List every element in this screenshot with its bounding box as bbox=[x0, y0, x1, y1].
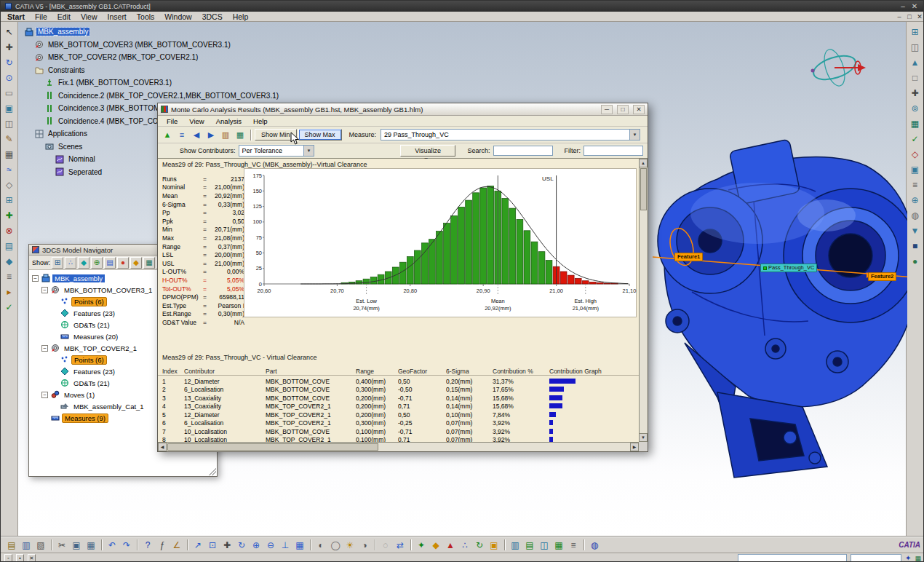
scrollbar-thumb[interactable] bbox=[167, 443, 378, 451]
table-row[interactable]: 413_CoaxialityMBK_TOP_COVER2_10,200(mm)0… bbox=[158, 403, 639, 411]
depth-effect-icon[interactable]: ◑ bbox=[358, 539, 371, 551]
paste-icon[interactable]: ▦ bbox=[84, 539, 97, 551]
wireframe-view-icon[interactable]: ◯ bbox=[329, 539, 342, 551]
table-row[interactable]: 66_LocalisationMBK_TOP_COVER2_10,300(mm)… bbox=[158, 419, 639, 428]
fly-mode-icon[interactable]: ↗ bbox=[191, 539, 204, 551]
menu-window[interactable]: Window bbox=[159, 12, 196, 21]
lighting-icon[interactable]: ☀ bbox=[343, 539, 357, 551]
angle-measure-icon[interactable]: ∠ bbox=[170, 539, 183, 551]
vertical-scrollbar[interactable]: ▲ ▼ bbox=[639, 159, 648, 442]
grid-icon[interactable]: ▦ bbox=[2, 146, 17, 162]
filter-input[interactable] bbox=[584, 146, 643, 156]
scroll-up-icon[interactable]: ▲ bbox=[639, 159, 648, 167]
redo-icon[interactable]: ↷ bbox=[120, 539, 133, 551]
column-header[interactable]: Contribution % bbox=[493, 368, 549, 375]
solid-icon[interactable]: ■ bbox=[908, 238, 923, 253]
section-icon[interactable]: ▣ bbox=[908, 162, 923, 177]
document-minimize-button[interactable]: – bbox=[894, 13, 904, 20]
structure-icon[interactable]: ⊞ bbox=[2, 192, 17, 207]
cut-icon[interactable]: ✂ bbox=[55, 539, 68, 551]
zoom-icon[interactable]: ⊙ bbox=[2, 70, 17, 85]
show-features-icon[interactable]: ◆ bbox=[78, 257, 89, 269]
menu-insert[interactable]: Insert bbox=[103, 12, 132, 21]
dialog-minimize-button[interactable]: ─ bbox=[601, 105, 613, 114]
hide-show-icon[interactable]: ◌ bbox=[379, 539, 392, 551]
column-header[interactable]: Contribution Graph bbox=[549, 368, 603, 375]
check-icon[interactable]: ✓ bbox=[908, 131, 923, 146]
minimize-button[interactable]: – bbox=[897, 2, 909, 10]
report-table-icon[interactable]: ▦ bbox=[234, 128, 247, 141]
split-view-icon[interactable]: ◫ bbox=[2, 116, 17, 131]
table-row[interactable]: 810_LocalisationMBK_TOP_COVER2_10,100(mm… bbox=[158, 436, 639, 443]
document-restore-button[interactable]: □ bbox=[904, 13, 915, 20]
world-icon[interactable]: ◍ bbox=[588, 539, 601, 551]
layers-icon[interactable]: ≡ bbox=[908, 177, 923, 192]
rotate-icon[interactable]: ↻ bbox=[2, 55, 17, 70]
formula-icon[interactable]: ƒ bbox=[156, 539, 169, 551]
show-measures-icon[interactable]: ▤ bbox=[104, 257, 116, 269]
close-button[interactable]: ✕ bbox=[909, 2, 920, 10]
next-measure-icon[interactable]: ▶ bbox=[204, 128, 218, 141]
menu-file[interactable]: File bbox=[30, 12, 52, 21]
dcs-options-icon[interactable]: ≡ bbox=[567, 539, 580, 551]
dcs-point-icon[interactable]: ∴ bbox=[458, 539, 471, 551]
menu-3dcs[interactable]: 3DCS bbox=[197, 12, 228, 21]
show-min-button[interactable]: Show Min bbox=[255, 129, 297, 140]
wireframe-icon[interactable]: ◇ bbox=[2, 177, 17, 192]
show-tolerances-icon[interactable]: ◆ bbox=[130, 257, 142, 269]
menu-tools[interactable]: Tools bbox=[132, 12, 160, 21]
undo-icon[interactable]: ↶ bbox=[105, 539, 119, 551]
sort-list-icon[interactable]: ≡ bbox=[175, 128, 188, 141]
feature1-label[interactable]: Feature1 bbox=[674, 253, 703, 261]
scroll-down-icon[interactable]: ▼ bbox=[639, 433, 648, 442]
menu-help[interactable]: Help bbox=[228, 12, 254, 21]
prompt-input[interactable] bbox=[738, 554, 847, 562]
dialog-close-button[interactable]: ✕ bbox=[633, 105, 645, 114]
grid-corner-icon[interactable]: ▦ bbox=[915, 555, 921, 562]
feature-icon[interactable]: ◆ bbox=[2, 253, 17, 269]
window-icon[interactable]: ◫ bbox=[908, 39, 923, 55]
chevron-down-icon[interactable]: ▼ bbox=[303, 146, 314, 156]
tree-item[interactable]: MBK_TOP_COVER2 (MBK_TOP_COVER2.1) bbox=[20, 51, 280, 64]
move-icon[interactable]: ✚ bbox=[908, 85, 923, 100]
measure-select[interactable]: 29 Pass_Through_VC ▼ bbox=[381, 129, 640, 140]
menu-view[interactable]: View bbox=[76, 12, 103, 21]
dcs-analysis-icon[interactable]: ▥ bbox=[509, 539, 522, 551]
show-max-button[interactable]: Show Max bbox=[298, 129, 342, 140]
insert-component-icon[interactable]: ⊞ bbox=[908, 24, 923, 39]
up-assembly-icon[interactable]: ▲ bbox=[908, 55, 923, 70]
horizontal-scrollbar[interactable]: ◀ ▶ bbox=[158, 442, 639, 451]
dialog-menu-file[interactable]: File bbox=[161, 117, 183, 125]
measure-list-icon[interactable]: ▤ bbox=[2, 238, 17, 253]
scroll-right-icon[interactable]: ▶ bbox=[630, 443, 639, 451]
show-views-icon[interactable]: ▦ bbox=[143, 257, 155, 269]
dcs-move-icon[interactable]: ✦ bbox=[415, 539, 428, 551]
pan-icon[interactable]: ✚ bbox=[220, 539, 234, 551]
dialog-menu-analysis[interactable]: Analysis bbox=[210, 117, 247, 125]
run-analysis-icon[interactable]: ▲ bbox=[161, 128, 174, 141]
dialog-titlebar[interactable]: Monte Carlo Analysis Results (MBK_assemb… bbox=[158, 103, 648, 116]
collapse-icon[interactable]: − bbox=[32, 275, 39, 282]
rotate-view-icon[interactable]: ↻ bbox=[235, 539, 248, 551]
column-header[interactable]: Range bbox=[356, 368, 398, 375]
show-points-icon[interactable]: ∴ bbox=[65, 257, 76, 269]
dcs-update-icon[interactable]: ↻ bbox=[473, 539, 486, 551]
table-row[interactable]: 112_DiameterMBK_BOTTOM_COVE0,400(mm)0,50… bbox=[158, 377, 639, 386]
contributors-select[interactable]: Per Tolerance ▼ bbox=[239, 145, 314, 157]
surface-icon[interactable]: ≈ bbox=[2, 162, 17, 177]
tree-item[interactable]: Fix.1 (MBK_BOTTOM_COVER3.1) bbox=[20, 76, 280, 90]
snap-icon[interactable]: ⊚ bbox=[908, 100, 923, 116]
save-icon[interactable]: ▥ bbox=[20, 539, 33, 551]
down-icon[interactable]: ▼ bbox=[908, 223, 923, 238]
chevron-down-icon[interactable]: ▼ bbox=[629, 130, 640, 140]
column-header[interactable]: Contributor bbox=[184, 368, 266, 375]
tree-item[interactable]: Constraints bbox=[20, 64, 280, 77]
validate-icon[interactable]: ✓ bbox=[2, 299, 17, 314]
help-icon[interactable]: ? bbox=[141, 539, 154, 551]
fit-all-icon[interactable]: ⊡ bbox=[206, 539, 219, 551]
table-icon[interactable]: ▦ bbox=[908, 116, 923, 131]
collapse-icon[interactable]: − bbox=[41, 392, 48, 398]
child-close-button[interactable]: ✕ bbox=[28, 554, 36, 562]
tree-item[interactable]: Coincidence.2 (MBK_TOP_COVER2.1,MBK_BOTT… bbox=[20, 90, 280, 103]
flag-icon[interactable]: ▸ bbox=[2, 284, 17, 299]
